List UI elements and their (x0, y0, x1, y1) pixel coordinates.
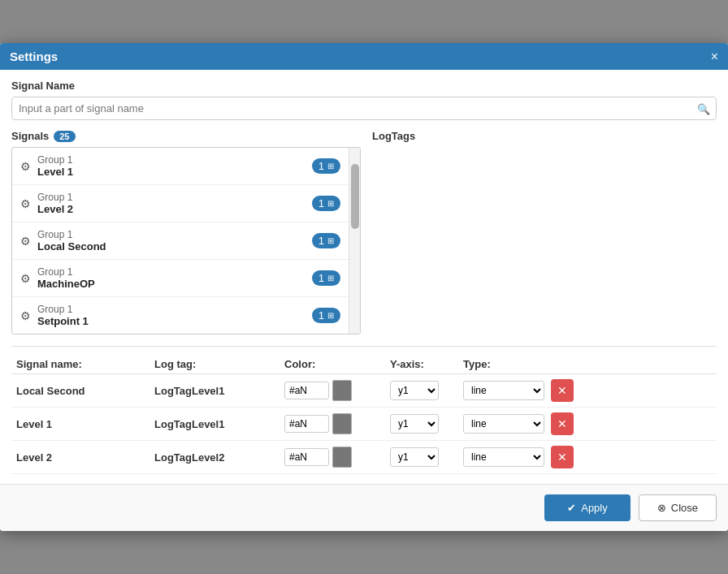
table-row: Level 1 LogTagLevel1 y1y2 linebar (11, 408, 717, 441)
row-yaxis: y1y2 (390, 414, 463, 434)
color-text-input[interactable] (284, 382, 329, 399)
bottom-table: Signal name: Log tag: Color: Y-axis: Typ… (11, 346, 717, 474)
group-icon: ⚙ (20, 235, 31, 248)
search-input[interactable] (11, 97, 717, 120)
logtags-panel: LogTags (372, 130, 717, 334)
signal-count: 1 ⊞ (312, 270, 340, 286)
signals-label: Signals (11, 130, 49, 142)
col-header-signal: Signal name: (16, 358, 154, 370)
delete-row-button[interactable]: ✕ (551, 446, 574, 468)
list-item[interactable]: ⚙ Group 1 Setpoint 1 1 ⊞ (12, 297, 349, 334)
delete-row-button[interactable]: ✕ (551, 412, 574, 435)
row-yaxis: y1y2 (390, 381, 463, 400)
delete-row-button[interactable]: ✕ (551, 379, 574, 402)
row-signal-name: Level 1 (16, 418, 154, 430)
color-swatch[interactable] (332, 380, 352, 401)
row-logtag: LogTagLevel1 (154, 418, 284, 430)
row-signal-name: Local Second (16, 385, 154, 397)
row-color (284, 413, 390, 434)
apply-button[interactable]: ✔ Apply (544, 494, 630, 521)
color-swatch[interactable] (332, 413, 352, 434)
close-circle-icon: ⊗ (657, 502, 666, 514)
tag-icon: ⊞ (327, 311, 334, 320)
signal-name: Level 1 (37, 166, 73, 178)
yaxis-select[interactable]: y1y2 (390, 381, 439, 400)
yaxis-select[interactable]: y1y2 (390, 447, 439, 467)
col-header-type: Type: (463, 358, 712, 370)
apply-check-icon: ✔ (567, 502, 576, 514)
signal-list: ⚙ Group 1 Level 1 1 ⊞ (12, 148, 349, 334)
close-button[interactable]: ⊗ Close (639, 494, 717, 521)
signal-count: 1 ⊞ (312, 196, 340, 211)
signal-name: Setpoint 1 (37, 315, 89, 327)
logtags-label: LogTags (372, 130, 717, 142)
tag-icon: ⊞ (327, 162, 334, 170)
signal-name: Local Second (37, 240, 106, 252)
row-color (284, 447, 390, 468)
scrollbar[interactable] (349, 148, 360, 334)
two-column-layout: Signals 25 ⚙ Group 1 Level 1 (11, 130, 717, 334)
tag-icon: ⊞ (327, 274, 334, 283)
group-icon: ⚙ (20, 160, 31, 173)
search-bar: 🔍 (11, 97, 717, 120)
signal-count: 1 ⊞ (312, 308, 340, 323)
table-row: Level 2 LogTagLevel2 y1y2 linebar (11, 441, 717, 474)
list-item[interactable]: ⚙ Group 1 Local Second 1 ⊞ (12, 222, 349, 260)
signal-group: Group 1 (37, 266, 95, 278)
signal-name-label: Signal Name (11, 80, 717, 92)
table-row: Local Second LogTagLevel1 y1y2 linebar (11, 374, 717, 408)
modal-body: Signal Name 🔍 Signals 25 ⚙ (0, 70, 728, 484)
list-item[interactable]: ⚙ Group 1 Level 2 1 ⊞ (12, 185, 349, 222)
settings-modal: Settings × Signal Name 🔍 Signals 25 (0, 43, 728, 531)
modal-close-button[interactable]: × (711, 50, 718, 63)
tag-icon: ⊞ (327, 199, 334, 208)
col-header-yaxis: Y-axis: (390, 358, 463, 370)
group-icon: ⚙ (20, 272, 31, 285)
type-select[interactable]: linebar (463, 381, 544, 400)
color-swatch[interactable] (332, 447, 352, 468)
signal-group: Group 1 (37, 229, 106, 240)
scrollbar-thumb[interactable] (351, 164, 359, 229)
signals-count-badge: 25 (54, 131, 75, 142)
signal-list-wrapper: ⚙ Group 1 Level 1 1 ⊞ (11, 147, 361, 334)
modal-header: Settings × (0, 43, 728, 70)
col-header-color: Color: (284, 358, 390, 370)
modal-title: Settings (10, 50, 58, 63)
row-logtag: LogTagLevel2 (154, 451, 284, 464)
row-yaxis: y1y2 (390, 447, 463, 467)
row-logtag: LogTagLevel1 (154, 385, 284, 397)
color-text-input[interactable] (284, 448, 329, 466)
yaxis-select[interactable]: y1y2 (390, 414, 439, 434)
apply-label: Apply (581, 502, 608, 514)
signal-name: Level 2 (37, 203, 73, 215)
tag-icon: ⊞ (327, 236, 334, 245)
list-item[interactable]: ⚙ Group 1 MachineOP 1 ⊞ (12, 260, 349, 297)
signal-name: MachineOP (37, 278, 95, 290)
close-label: Close (671, 502, 698, 514)
col-header-logtag: Log tag: (154, 358, 284, 370)
row-type: linebar ✕ (463, 412, 712, 435)
list-item[interactable]: ⚙ Group 1 Level 1 1 ⊞ (12, 148, 349, 185)
search-icon: 🔍 (697, 102, 710, 114)
signal-group: Group 1 (37, 154, 73, 166)
signal-count: 1 ⊞ (312, 158, 340, 174)
row-color (284, 380, 390, 401)
modal-footer: ✔ Apply ⊗ Close (0, 484, 728, 531)
table-header: Signal name: Log tag: Color: Y-axis: Typ… (11, 355, 717, 374)
row-type: linebar ✕ (463, 446, 712, 468)
type-select[interactable]: linebar (463, 414, 544, 434)
group-icon: ⚙ (20, 309, 31, 322)
signals-panel: Signals 25 ⚙ Group 1 Level 1 (11, 130, 361, 334)
signal-group: Group 1 (37, 304, 89, 315)
signal-group: Group 1 (37, 192, 73, 203)
row-signal-name: Level 2 (16, 451, 154, 464)
type-select[interactable]: linebar (463, 447, 544, 467)
group-icon: ⚙ (20, 197, 31, 210)
signals-panel-header: Signals 25 (11, 130, 361, 142)
signal-count: 1 ⊞ (312, 233, 340, 248)
color-text-input[interactable] (284, 415, 329, 433)
row-type: linebar ✕ (463, 379, 712, 402)
